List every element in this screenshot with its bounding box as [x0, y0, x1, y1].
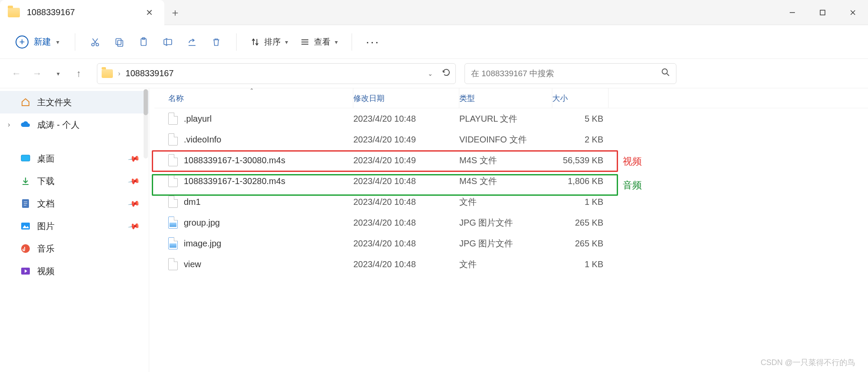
view-button[interactable]: 查看 ▾	[296, 33, 342, 51]
file-name: view	[184, 259, 201, 269]
back-button[interactable]: ←	[8, 65, 25, 82]
svg-rect-10	[164, 39, 172, 45]
active-tab[interactable]: 1088339167 ✕	[0, 0, 164, 25]
file-row[interactable]: 1088339167-1-30280.m4s2023/4/20 10:48M4S…	[154, 171, 868, 191]
svg-rect-1	[820, 10, 825, 15]
svg-rect-6	[116, 39, 121, 45]
copy-button[interactable]	[109, 32, 130, 52]
new-tab-button[interactable]: ＋	[164, 6, 186, 19]
recent-locations-button[interactable]: ▾	[49, 65, 67, 82]
sort-label: 排序	[264, 36, 281, 48]
sidebar-item-label: 桌面	[37, 153, 54, 165]
share-button[interactable]	[182, 32, 202, 52]
tab-title: 1088339167	[27, 7, 136, 17]
column-size[interactable]: 大小	[552, 88, 609, 108]
pin-icon: 📌	[127, 175, 141, 188]
file-size: 265 KB	[552, 218, 609, 228]
file-date: 2023/4/20 10:48	[353, 114, 459, 124]
svg-point-24	[21, 244, 30, 253]
more-button[interactable]: ···	[362, 35, 384, 49]
sidebar-item-label: 音乐	[37, 243, 54, 255]
chevron-down-icon[interactable]: ⌄	[428, 70, 433, 77]
sort-icon	[250, 37, 260, 47]
file-type: M4S 文件	[459, 155, 552, 166]
sidebar-item-desktop[interactable]: 桌面 📌	[0, 147, 149, 170]
sidebar-item-home[interactable]: 主文件夹	[0, 91, 149, 113]
file-type: M4S 文件	[459, 175, 552, 187]
chevron-down-icon: ▾	[56, 39, 59, 45]
new-button[interactable]: + 新建 ▾	[10, 32, 65, 52]
file-icon	[168, 237, 178, 249]
picture-icon	[20, 220, 31, 232]
file-name: dm1	[184, 197, 201, 207]
file-row[interactable]: .videoInfo2023/4/20 10:49VIDEOINFO 文件2 K…	[154, 129, 868, 150]
file-date: 2023/4/20 10:48	[353, 176, 459, 186]
file-name: 1088339167-1-30080.m4s	[184, 155, 285, 165]
pin-icon: 📌	[127, 152, 141, 165]
file-size: 265 KB	[552, 239, 609, 249]
chevron-right-icon: ›	[118, 70, 120, 78]
music-icon	[20, 243, 31, 254]
up-button[interactable]: ↑	[70, 65, 87, 82]
file-row[interactable]: image.jpg2023/4/20 10:48JPG 图片文件265 KB	[154, 233, 868, 254]
column-type[interactable]: 类型	[459, 88, 552, 108]
sidebar-item-onedrive[interactable]: › 成涛 - 个人	[0, 113, 149, 136]
refresh-button[interactable]	[442, 68, 451, 79]
cut-button[interactable]	[85, 32, 106, 52]
file-date: 2023/4/20 10:48	[353, 218, 459, 228]
file-type: 文件	[459, 196, 552, 208]
file-name: .playurl	[184, 114, 211, 124]
file-row[interactable]: .playurl2023/4/20 10:48PLAYURL 文件5 KB	[154, 108, 868, 129]
maximize-button[interactable]	[807, 0, 838, 25]
sidebar-item-pictures[interactable]: 图片 📌	[0, 215, 149, 237]
folder-icon	[8, 8, 20, 17]
svg-rect-22	[21, 223, 30, 230]
address-path: 1088339167	[125, 68, 423, 78]
file-icon	[168, 133, 178, 146]
sidebar-scrollbar-thumb[interactable]	[144, 89, 148, 115]
file-row[interactable]: dm12023/4/20 10:48文件1 KB	[154, 191, 868, 212]
sidebar-item-music[interactable]: 音乐	[0, 237, 149, 260]
file-size: 1 KB	[552, 197, 609, 207]
column-name[interactable]: ⌃名称	[154, 88, 353, 108]
paste-button[interactable]	[133, 32, 154, 52]
svg-line-15	[667, 74, 669, 76]
watermark: CSDN @一只菜得不行的鸟	[761, 357, 855, 368]
close-tab-button[interactable]: ✕	[143, 5, 156, 20]
sidebar-item-documents[interactable]: 文档 📌	[0, 192, 149, 215]
minimize-button[interactable]	[777, 0, 807, 25]
svg-point-14	[662, 69, 667, 74]
chevron-right-icon[interactable]: ›	[8, 121, 10, 129]
file-size: 56,539 KB	[552, 155, 609, 165]
sidebar-item-downloads[interactable]: 下载 📌	[0, 170, 149, 192]
file-date: 2023/4/20 10:49	[353, 155, 459, 165]
delete-button[interactable]	[206, 32, 227, 52]
video-icon	[20, 265, 31, 277]
pin-icon: 📌	[127, 197, 141, 210]
search-icon	[661, 68, 670, 79]
toolbar: + 新建 ▾ 排序 ▾ 查看 ▾ ···	[0, 25, 868, 59]
forward-button[interactable]: →	[29, 65, 46, 82]
file-type: 文件	[459, 259, 552, 270]
sort-button[interactable]: 排序 ▾	[246, 33, 292, 51]
separator	[75, 33, 75, 51]
file-row[interactable]: 1088339167-1-30080.m4s2023/4/20 10:49M4S…	[154, 150, 868, 171]
separator	[352, 33, 352, 51]
rename-button[interactable]	[157, 32, 178, 52]
file-icon	[168, 196, 178, 208]
search-placeholder: 在 1088339167 中搜索	[471, 68, 554, 79]
close-window-button[interactable]	[838, 0, 868, 25]
file-size: 2 KB	[552, 135, 609, 145]
sidebar: 主文件夹 › 成涛 - 个人 桌面 📌 下载 📌 文档 📌 图片 📌	[0, 88, 149, 372]
file-row[interactable]: view2023/4/20 10:48文件1 KB	[154, 254, 868, 275]
address-bar[interactable]: › 1088339167 ⌄	[97, 63, 456, 84]
file-date: 2023/4/20 10:48	[353, 197, 459, 207]
column-date[interactable]: 修改日期	[353, 88, 459, 108]
column-headers: ⌃名称 修改日期 类型 大小	[154, 88, 868, 108]
svg-rect-16	[21, 155, 30, 161]
sidebar-item-videos[interactable]: 视频	[0, 260, 149, 282]
file-name: group.jpg	[184, 218, 220, 228]
cloud-icon	[20, 119, 31, 130]
file-row[interactable]: group.jpg2023/4/20 10:48JPG 图片文件265 KB	[154, 212, 868, 233]
search-box[interactable]: 在 1088339167 中搜索	[464, 63, 676, 84]
